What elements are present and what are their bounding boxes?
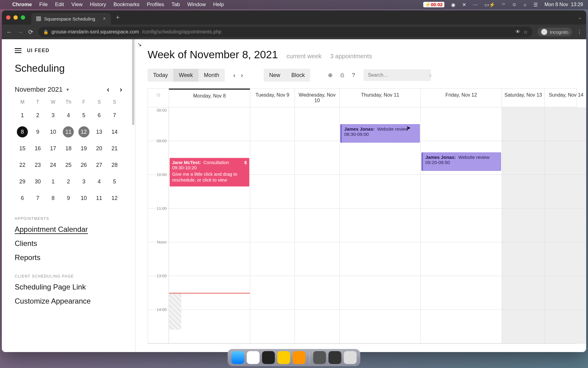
status-icon[interactable]: ✕ xyxy=(462,2,466,8)
mini-cal-day[interactable]: 9 xyxy=(61,192,76,204)
nav-appointment-calendar[interactable]: Appointment Calendar xyxy=(15,225,122,234)
menu-bookmarks[interactable]: Bookmarks xyxy=(113,2,139,8)
month-prev-button[interactable]: ‹ xyxy=(107,85,109,94)
battery-icon[interactable]: ▭⚡ xyxy=(484,2,495,8)
new-tab-button[interactable]: + xyxy=(116,13,120,21)
menu-view[interactable]: View xyxy=(71,2,83,8)
mini-cal-day[interactable]: 15 xyxy=(15,142,30,155)
mini-cal-day[interactable]: 19 xyxy=(76,142,92,155)
day-column[interactable]: James Jonas: Website review08:30-09:00 xyxy=(339,107,420,343)
today-button[interactable]: Today xyxy=(148,69,173,82)
chevron-down-icon[interactable]: ▼ xyxy=(66,87,70,92)
wifi-icon[interactable]: ⌔ xyxy=(502,2,505,7)
eye-off-icon[interactable]: 👁 xyxy=(515,29,520,35)
menu-file[interactable]: File xyxy=(39,2,47,8)
menu-tab[interactable]: Tab xyxy=(172,2,180,8)
control-center-icon[interactable]: ☰ xyxy=(533,2,538,8)
mini-cal-day[interactable]: 22 xyxy=(15,159,30,171)
mini-cal-day[interactable]: 2 xyxy=(30,109,45,121)
mini-cal-day[interactable]: 23 xyxy=(30,159,45,171)
mini-cal-day[interactable]: 7 xyxy=(107,109,122,121)
mini-cal-day[interactable]: 13 xyxy=(92,126,107,138)
mini-cal-day[interactable]: 10 xyxy=(76,192,92,204)
tab-overflow-button[interactable]: ⌄ xyxy=(578,15,582,20)
incognito-indicator[interactable]: Incognito xyxy=(537,28,572,36)
address-bar[interactable]: 🔒 grouse-mandarin-sxnl.squarespace.com/c… xyxy=(38,27,533,37)
mini-cal-day[interactable]: 5 xyxy=(76,109,92,121)
mini-cal-day[interactable]: 16 xyxy=(30,142,45,155)
spotlight-icon[interactable]: ⌕ xyxy=(524,2,527,7)
forward-button[interactable]: → xyxy=(17,29,23,36)
back-button[interactable]: ← xyxy=(6,29,12,36)
day-column[interactable]: James Jonas: Website review09:20-09:50 xyxy=(420,107,502,343)
dock-app[interactable] xyxy=(293,351,306,364)
status-icon[interactable]: ⋯ xyxy=(473,2,478,8)
mini-cal-day[interactable]: 24 xyxy=(45,159,61,171)
expand-arrow-icon[interactable]: ↘ xyxy=(137,41,142,48)
mini-cal-day[interactable]: 28 xyxy=(107,159,122,171)
week-button[interactable]: Week xyxy=(173,69,198,82)
nav-customize-appearance[interactable]: Customize Appearance xyxy=(15,297,122,305)
mini-cal-day[interactable]: 1 xyxy=(45,175,61,188)
window-minimize-button[interactable] xyxy=(13,15,18,20)
search-box[interactable]: ⌕ xyxy=(364,69,431,81)
day-header[interactable]: Sunday, Nov 14 xyxy=(545,89,586,107)
day-column[interactable] xyxy=(295,107,339,343)
menu-edit[interactable]: Edit xyxy=(55,2,64,8)
day-header[interactable]: Thursday, Nov 11 xyxy=(339,89,420,107)
dock-trash[interactable] xyxy=(344,351,357,364)
day-column[interactable] xyxy=(250,107,295,343)
mini-cal-day[interactable]: 6 xyxy=(92,109,107,121)
mini-cal-day[interactable]: 7 xyxy=(30,192,45,204)
battery-time-indicator[interactable]: ⚡00:02 xyxy=(423,2,444,7)
window-close-button[interactable] xyxy=(6,15,10,20)
zoom-icon[interactable]: ⊕ xyxy=(326,72,335,79)
mini-cal-day[interactable]: 3 xyxy=(45,109,61,121)
mini-cal-day[interactable]: 4 xyxy=(92,175,107,188)
nav-clients[interactable]: Clients xyxy=(15,239,122,248)
appointment[interactable]: Jane McTest: Consultation09:30-10:20Give… xyxy=(170,158,249,186)
mini-cal-day[interactable]: 3 xyxy=(76,175,92,188)
prev-week-button[interactable]: ‹ xyxy=(233,72,236,79)
status-icon[interactable]: ◉ xyxy=(451,2,455,8)
mini-cal-day[interactable]: 2 xyxy=(61,175,76,188)
help-icon[interactable]: ? xyxy=(349,72,357,79)
mini-cal-day[interactable]: 11 xyxy=(92,192,107,204)
dock-app[interactable] xyxy=(313,351,326,364)
menubar-date[interactable]: Mon 8 Nov 13:29 xyxy=(545,2,583,7)
chrome-menu-button[interactable]: ⋮ xyxy=(577,29,582,35)
day-header[interactable]: Friday, Nov 12 xyxy=(420,89,502,107)
bookmark-star-icon[interactable]: ☆ xyxy=(523,29,528,35)
window-maximize-button[interactable] xyxy=(21,15,25,20)
print-icon[interactable]: ⎙ xyxy=(338,72,346,79)
mini-cal-day[interactable]: 18 xyxy=(61,142,76,155)
month-picker-label[interactable]: November 2021 xyxy=(15,86,63,94)
mini-cal-day[interactable]: 8 xyxy=(45,192,61,204)
mini-cal-day[interactable]: 26 xyxy=(76,159,92,171)
day-column[interactable]: Jane McTest: Consultation09:30-10:20Give… xyxy=(169,107,250,343)
day-column[interactable] xyxy=(502,107,545,343)
browser-tab[interactable]: Squarespace Scheduling × xyxy=(31,13,111,25)
search-icon[interactable]: ⌕ xyxy=(429,72,432,78)
month-next-button[interactable]: › xyxy=(120,85,122,94)
menubar-app[interactable]: Chrome xyxy=(12,2,32,8)
user-icon[interactable]: ☺ xyxy=(512,2,517,7)
mini-cal-day[interactable]: 14 xyxy=(107,126,122,138)
dock-finder[interactable] xyxy=(232,351,244,364)
mini-cal-day[interactable]: 25 xyxy=(61,159,76,171)
appointment[interactable]: James Jonas: Website review09:20-09:50 xyxy=(421,152,501,171)
menu-window[interactable]: Window xyxy=(187,2,206,8)
mini-cal-day[interactable]: 9 xyxy=(30,126,45,138)
day-header[interactable]: Tuesday, Nov 9 xyxy=(250,89,295,107)
dock-notes[interactable] xyxy=(277,351,290,364)
search-input[interactable] xyxy=(368,72,429,78)
day-column[interactable] xyxy=(545,107,586,343)
mini-cal-day[interactable]: 12 xyxy=(107,192,122,204)
new-appointment-button[interactable]: New xyxy=(264,69,286,82)
mini-cal-day[interactable]: 8 xyxy=(15,126,30,138)
mini-cal-day[interactable]: 11 xyxy=(61,126,76,138)
mini-cal-day[interactable]: 6 xyxy=(15,192,30,204)
mini-cal-day[interactable]: 29 xyxy=(15,175,30,188)
mini-cal-day[interactable]: 17 xyxy=(45,142,61,155)
mini-cal-day[interactable]: 21 xyxy=(107,142,122,155)
